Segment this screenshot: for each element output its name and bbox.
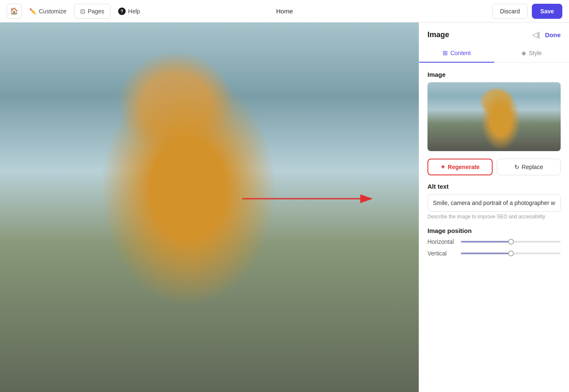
- vertical-label: Vertical: [427, 250, 456, 257]
- panel-header: Image ◁| Done: [419, 23, 569, 39]
- vertical-position-row: Vertical: [427, 250, 561, 257]
- help-icon: ?: [118, 8, 126, 15]
- image-position-label: Image position: [427, 227, 561, 234]
- tab-style[interactable]: ◈ Style: [494, 45, 569, 63]
- photo-background: [0, 23, 419, 392]
- save-button[interactable]: Save: [532, 4, 562, 19]
- panel-content: Image ✦ Regenerate ↻ Replace Alt t: [419, 63, 569, 270]
- pages-icon: ⊡: [80, 8, 85, 15]
- image-section: Image: [427, 71, 561, 151]
- panel-title: Image: [427, 30, 449, 39]
- image-section-label: Image: [427, 71, 561, 78]
- canvas: [0, 23, 419, 392]
- pages-button[interactable]: ⊡ Pages: [74, 4, 111, 19]
- style-tab-icon: ◈: [521, 49, 526, 57]
- horizontal-slider-fill: [461, 241, 511, 243]
- horizontal-position-row: Horizontal: [427, 238, 561, 245]
- action-buttons: ✦ Regenerate ↻ Replace: [427, 159, 561, 175]
- image-thumbnail: [427, 82, 561, 151]
- regenerate-button[interactable]: ✦ Regenerate: [427, 159, 493, 175]
- alt-text-label: Alt text: [427, 183, 561, 190]
- horizontal-slider-thumb[interactable]: [508, 239, 514, 245]
- replace-button[interactable]: ↻ Replace: [497, 159, 561, 175]
- toolbar-right: Discard Save: [492, 4, 562, 19]
- vertical-slider-fill: [461, 253, 511, 254]
- home-icon: 🏠: [10, 7, 18, 15]
- horizontal-slider-track: [461, 241, 561, 243]
- image-panel: Image ◁| Done ⊞ Content ◈ Style Image: [419, 23, 569, 392]
- main-area: Image ◁| Done ⊞ Content ◈ Style Image: [0, 23, 569, 392]
- horizontal-label: Horizontal: [427, 238, 456, 245]
- alt-text-section: Alt text Describe the image to improve S…: [427, 183, 561, 220]
- replace-icon: ↻: [514, 164, 519, 170]
- done-button[interactable]: Done: [545, 31, 561, 38]
- content-tab-icon: ⊞: [443, 49, 448, 57]
- thumbnail-inner: [427, 82, 561, 151]
- alt-text-hint: Describe the image to improve SEO and ac…: [427, 214, 561, 220]
- customize-button[interactable]: ✏️ Customize: [25, 4, 71, 19]
- panel-header-actions: ◁| Done: [532, 30, 561, 39]
- page-title: Home: [276, 8, 293, 15]
- panel-tabs: ⊞ Content ◈ Style: [419, 45, 569, 63]
- sparkle-icon: ✦: [440, 164, 445, 170]
- vertical-slider-track: [461, 253, 561, 254]
- pencil-icon: ✏️: [29, 8, 36, 15]
- alt-text-input[interactable]: [427, 194, 561, 212]
- toolbar: 🏠 ✏️ Customize ⊡ Pages ? Help Home Disca…: [0, 0, 569, 23]
- image-position-section: Image position Horizontal Vertical: [427, 227, 561, 262]
- discard-button[interactable]: Discard: [492, 4, 528, 19]
- vertical-slider-thumb[interactable]: [508, 250, 514, 256]
- speaker-icon[interactable]: ◁|: [532, 30, 540, 39]
- photographer-image: [0, 23, 419, 392]
- help-button[interactable]: ? Help: [114, 4, 144, 19]
- toolbar-left: 🏠 ✏️ Customize ⊡ Pages ? Help: [7, 4, 144, 19]
- tab-content[interactable]: ⊞ Content: [419, 45, 494, 63]
- home-button[interactable]: 🏠: [7, 4, 22, 19]
